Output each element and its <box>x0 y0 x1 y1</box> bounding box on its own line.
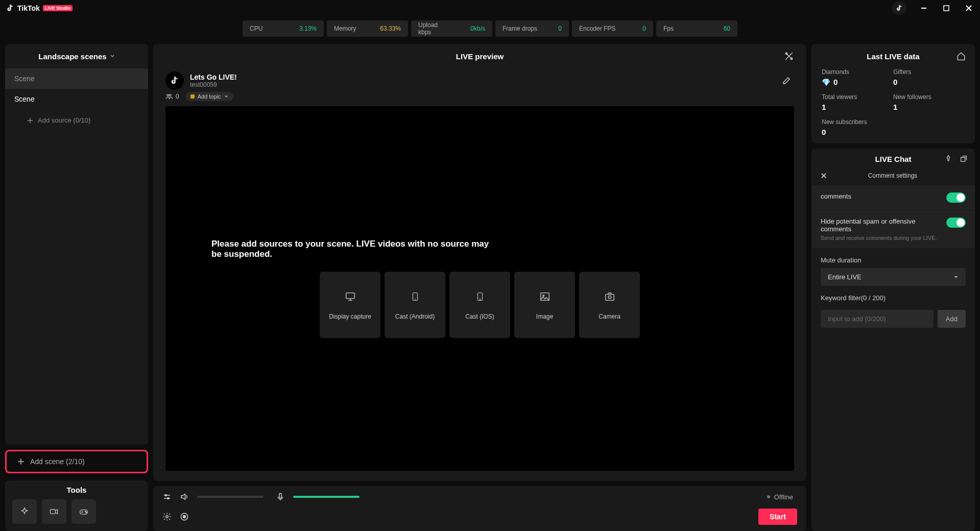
tools-title: Tools <box>5 480 148 499</box>
scenes-header[interactable]: Landscape scenes <box>5 44 148 68</box>
scenes-panel: Landscape scenes Scene Scene Add source … <box>5 44 148 445</box>
avatar <box>165 71 184 90</box>
keyword-filter-label: Keyword filter(0 / 200) <box>811 286 975 306</box>
add-source-button[interactable]: Add source (0/10) <box>5 109 148 124</box>
chat-pin-button[interactable] <box>944 155 952 163</box>
gear-icon <box>162 512 172 521</box>
scene-item[interactable]: Scene <box>5 68 148 89</box>
start-button[interactable]: Start <box>758 509 797 525</box>
comments-toggle-label: comments <box>821 192 946 200</box>
add-scene-label: Add scene (2/10) <box>30 457 85 466</box>
last-live-data-panel: Last LIVE data Diamonds💎0 Gifters0 Total… <box>811 44 975 143</box>
topic-dot-icon <box>190 94 195 99</box>
crossed-tools-icon <box>784 51 794 61</box>
preview-title: LIVE preview <box>456 52 504 61</box>
record-icon <box>180 512 189 521</box>
speaker-icon <box>180 492 189 501</box>
window-controls <box>892 1 974 15</box>
diamond-icon: 💎 <box>822 78 830 86</box>
viewer-count-value: 0 <box>176 93 179 100</box>
people-icon <box>165 93 173 100</box>
gamepad-icon <box>79 506 89 517</box>
svg-point-12 <box>85 511 86 512</box>
stat-total-viewers: Total viewers1 <box>822 93 893 111</box>
preview-panel: LIVE preview Lets Go LIVE! test00059 <box>153 44 806 481</box>
settings-button[interactable] <box>162 512 172 521</box>
source-image[interactable]: Image <box>514 272 575 338</box>
add-scene-button[interactable]: Add scene (2/10) <box>5 450 148 473</box>
close-button[interactable] <box>964 3 974 13</box>
chevron-down-icon <box>110 54 115 59</box>
svg-point-32 <box>168 498 169 499</box>
hide-spam-help-text: Send and receive comments during your LI… <box>821 235 946 241</box>
video-camera-icon <box>49 506 59 517</box>
tool-effects-button[interactable] <box>12 499 37 524</box>
plus-icon <box>17 457 25 466</box>
svg-point-28 <box>608 296 611 299</box>
svg-point-34 <box>166 516 169 518</box>
source-camera[interactable]: Camera <box>579 272 640 338</box>
minimize-button[interactable] <box>919 3 929 13</box>
account-icon[interactable] <box>892 1 906 15</box>
stat-encoder-fps: Encoder FPS0 <box>572 20 653 37</box>
title-bar: TikTok LIVE Studio <box>0 0 980 16</box>
source-display-capture[interactable]: Display capture <box>320 272 380 338</box>
sliders-icon <box>162 492 172 501</box>
magic-tools-button[interactable] <box>784 51 794 61</box>
no-source-message: Please add sources to your scene. LIVE v… <box>211 239 497 259</box>
mute-duration-value: Entire LIVE <box>828 273 862 281</box>
chat-popout-button[interactable] <box>960 155 968 163</box>
svg-point-31 <box>165 495 166 496</box>
phone-icon <box>411 291 420 302</box>
add-source-label: Add source (0/10) <box>38 116 90 124</box>
stream-meta: Lets Go LIVE! test00059 <box>153 68 806 92</box>
audio-settings-button[interactable] <box>162 492 172 501</box>
stream-title: Lets Go LIVE! <box>190 73 776 81</box>
tool-game-button[interactable] <box>71 499 96 524</box>
add-topic-button[interactable]: Add topic <box>185 92 233 101</box>
keyword-input[interactable] <box>821 310 934 328</box>
stream-username: test00059 <box>190 81 776 88</box>
svg-rect-1 <box>944 6 949 11</box>
source-cast-android[interactable]: Cast (Android) <box>385 272 445 338</box>
tiktok-icon <box>170 76 179 85</box>
app-name: TikTok <box>17 4 40 12</box>
mute-duration-dropdown[interactable]: Entire LIVE <box>821 268 966 286</box>
stat-memory: Memory63.33% <box>327 20 408 37</box>
close-settings-button[interactable] <box>821 173 827 179</box>
scene-item[interactable]: Scene <box>5 89 148 109</box>
keyword-add-button[interactable]: Add <box>938 310 966 328</box>
app-logo: TikTok LIVE Studio <box>6 4 73 12</box>
hide-spam-toggle[interactable] <box>946 218 966 228</box>
comments-toggle[interactable] <box>946 192 966 203</box>
svg-rect-37 <box>961 157 965 161</box>
close-icon <box>821 173 827 179</box>
speaker-button[interactable] <box>180 492 189 501</box>
source-cast-ios[interactable]: Cast (IOS) <box>449 272 510 338</box>
tiktok-icon <box>6 4 14 12</box>
svg-rect-27 <box>605 294 614 300</box>
record-button[interactable] <box>180 512 189 521</box>
home-button[interactable] <box>957 52 966 61</box>
tool-camera-button[interactable] <box>42 499 66 524</box>
stat-new-followers: New followers1 <box>893 93 965 111</box>
status-dot-icon <box>767 495 770 498</box>
stat-diamonds: Diamonds💎0 <box>822 68 893 86</box>
hide-spam-toggle-row: Hide potential spam or offensive comment… <box>811 210 975 248</box>
live-chat-panel: LIVE Chat Comment settings comments Hide… <box>811 149 975 531</box>
comment-settings-title: Comment settings <box>827 172 959 179</box>
mic-volume-slider[interactable] <box>293 496 360 498</box>
pin-icon <box>944 155 952 163</box>
edit-stream-button[interactable] <box>782 76 791 85</box>
stream-status: Offline <box>767 493 793 501</box>
svg-point-16 <box>167 94 169 96</box>
stats-bar: CPU3.13% Memory63.33% Upload kbps0kb/s F… <box>0 16 980 44</box>
svg-rect-23 <box>477 293 482 301</box>
mic-button[interactable] <box>276 492 285 501</box>
monitor-icon <box>345 291 356 302</box>
pencil-icon <box>782 76 791 85</box>
maximize-button[interactable] <box>941 3 951 13</box>
comments-toggle-row: comments <box>811 185 975 210</box>
plus-icon <box>27 117 34 124</box>
speaker-volume-slider[interactable] <box>197 496 264 498</box>
